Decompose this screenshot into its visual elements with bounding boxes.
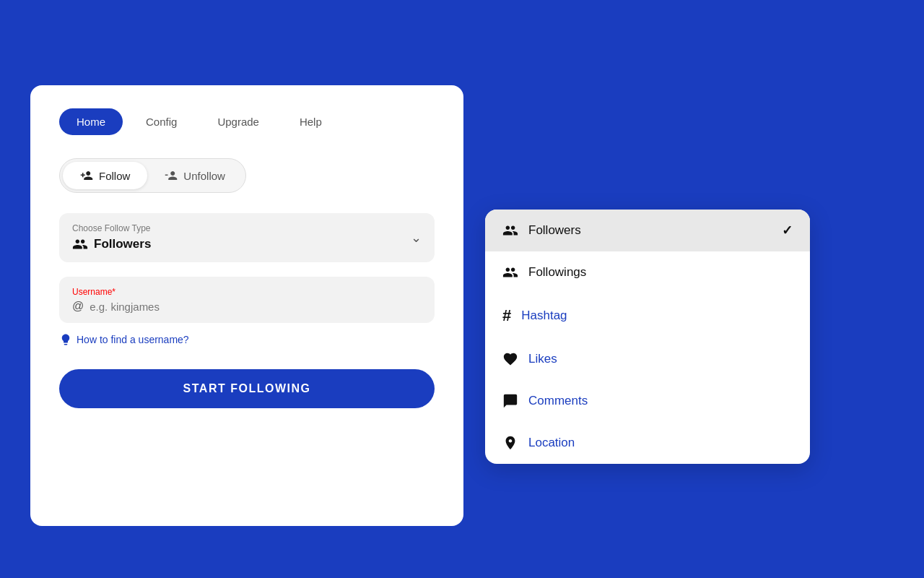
- person-add-icon: [80, 169, 93, 182]
- required-star: *: [112, 287, 116, 297]
- lightbulb-icon: [59, 333, 72, 346]
- location-icon: [502, 435, 518, 451]
- tab-config[interactable]: Config: [128, 108, 194, 135]
- popup-item-location[interactable]: Location: [485, 422, 810, 464]
- popup-item-followings[interactable]: Followings: [485, 251, 810, 293]
- unfollow-label: Unfollow: [183, 170, 225, 182]
- follow-unfollow-toggle: Follow Unfollow: [59, 158, 246, 193]
- check-icon: ✓: [782, 223, 793, 238]
- username-input[interactable]: [90, 301, 422, 313]
- popup-item-hashtag[interactable]: # Hashtag: [485, 293, 810, 338]
- comment-icon: [502, 393, 518, 409]
- hashtag-icon: #: [502, 306, 511, 325]
- popup-likes-label: Likes: [528, 352, 557, 366]
- follow-type-dropdown[interactable]: Choose Follow Type Followers ⌄: [59, 213, 435, 262]
- followers-popup-icon: [502, 223, 518, 238]
- unfollow-button[interactable]: Unfollow: [147, 162, 243, 189]
- popup-followers-label: Followers: [528, 223, 581, 238]
- follow-label: Follow: [99, 170, 130, 182]
- username-input-row: @: [72, 300, 422, 313]
- followings-popup-icon: [502, 264, 518, 280]
- username-label: Username*: [72, 287, 422, 297]
- at-sign: @: [72, 300, 84, 313]
- dropdown-popup: Followers ✓ Followings # Hashtag Likes C…: [485, 210, 810, 464]
- tab-upgrade[interactable]: Upgrade: [200, 108, 276, 135]
- help-link[interactable]: How to find a username?: [59, 333, 435, 346]
- dropdown-label: Choose Follow Type: [72, 223, 422, 233]
- followers-icon: [72, 236, 88, 252]
- help-link-label: How to find a username?: [77, 334, 189, 345]
- chevron-down-icon: ⌄: [411, 230, 422, 246]
- popup-item-likes[interactable]: Likes: [485, 338, 810, 380]
- tab-home[interactable]: Home: [59, 108, 123, 135]
- heart-icon: [502, 351, 518, 367]
- username-input-container: Username* @: [59, 277, 435, 323]
- popup-item-followers[interactable]: Followers ✓: [485, 210, 810, 251]
- popup-item-comments[interactable]: Comments: [485, 380, 810, 422]
- popup-followings-label: Followings: [528, 265, 586, 280]
- start-following-button[interactable]: START FOLLOWING: [59, 369, 435, 408]
- popup-location-label: Location: [528, 436, 575, 450]
- nav-tabs: Home Config Upgrade Help: [59, 108, 435, 135]
- person-remove-icon: [165, 169, 178, 182]
- popup-hashtag-label: Hashtag: [521, 309, 567, 323]
- dropdown-selected-value: Followers: [94, 237, 151, 251]
- follow-button[interactable]: Follow: [63, 162, 147, 189]
- popup-comments-label: Comments: [528, 394, 588, 408]
- dropdown-value: Followers: [72, 236, 422, 252]
- tab-help[interactable]: Help: [282, 108, 339, 135]
- main-card: Home Config Upgrade Help Follow Unfollow…: [30, 85, 463, 526]
